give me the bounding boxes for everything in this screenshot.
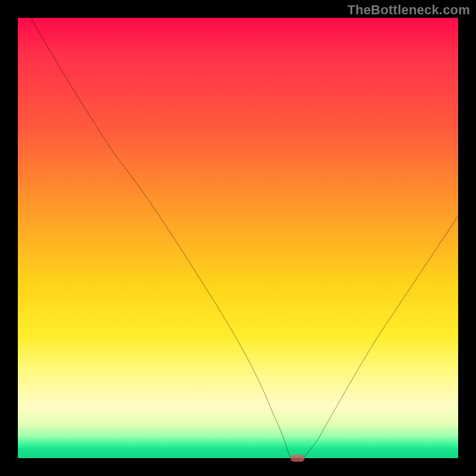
chart-frame: TheBottleneck.com — [0, 0, 476, 476]
minimum-marker — [290, 455, 305, 462]
watermark-text: TheBottleneck.com — [347, 2, 470, 18]
curve-path — [31, 18, 458, 458]
plot-area — [18, 18, 458, 458]
bottleneck-curve — [18, 18, 458, 458]
